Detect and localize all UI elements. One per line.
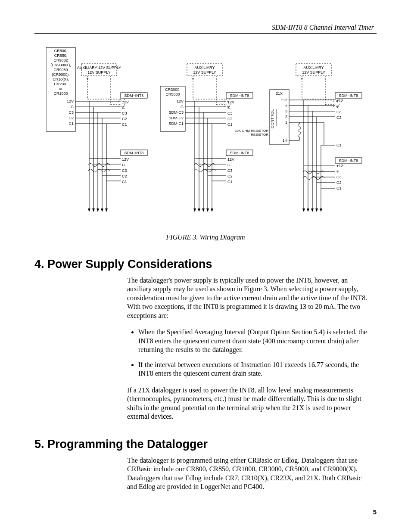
figure-3: SDM−INT8 12V G C3 C2 C1	[34, 47, 377, 241]
heading-section-4: 4. Power Supply Considerations	[34, 258, 377, 271]
page: SDM-INT8 8 Channel Interval Timer SDM−IN…	[0, 0, 411, 532]
svg-text:2: 2	[285, 115, 287, 119]
svg-text:1H: 1H	[282, 138, 287, 143]
column-2: AUXILIARY 12V SUPPLY + − CR3000, CR5000 …	[160, 64, 253, 212]
svg-text:10K OHM
RESISTOR: 10K OHM RESISTOR	[235, 129, 268, 133]
svg-text:C2: C2	[336, 115, 342, 120]
svg-text:SDM−INT8: SDM−INT8	[339, 93, 358, 98]
svg-text:+12: +12	[336, 164, 343, 168]
svg-text:or: or	[59, 87, 62, 91]
svg-text:C1: C1	[336, 186, 342, 190]
svg-text:C1: C1	[336, 143, 342, 147]
svg-text:CONTROL: CONTROL	[270, 109, 274, 128]
svg-text:RESISTOR: RESISTOR	[251, 133, 268, 137]
svg-text:CR800,: CR800,	[54, 49, 68, 53]
s4-para-1: The datalogger's power supply is typical…	[127, 276, 368, 320]
svg-text:G: G	[71, 105, 74, 109]
s4-bullet-1: When the Specified Averaging Interval (O…	[138, 328, 368, 354]
svg-text:G: G	[181, 105, 184, 109]
svg-text:C2: C2	[68, 116, 74, 120]
svg-text:C3: C3	[336, 175, 342, 179]
section-5-body: The datalogger is programmed using eithe…	[127, 456, 368, 492]
svg-text:(CR9000X),: (CR9000X),	[50, 63, 71, 67]
svg-text:12V SUPPLY: 12V SUPPLY	[87, 70, 110, 75]
figure-caption: FIGURE 3. Wiring Diagram	[34, 233, 377, 241]
svg-text:CR1000: CR1000	[53, 91, 68, 96]
column-3: AUXILIARY 12V SUPPLY + − 21X +12 ⏚ 3 2 1…	[235, 64, 362, 212]
section-4-body: The datalogger's power supply is typical…	[127, 276, 368, 421]
running-header: SDM-INT8 8 Channel Interval Timer	[34, 24, 377, 34]
svg-text:C3: C3	[336, 110, 342, 114]
svg-text:+12: +12	[336, 99, 343, 103]
svg-text:SDM−INT8: SDM−INT8	[339, 159, 358, 163]
svg-text:21X: 21X	[276, 91, 283, 96]
svg-text:CR10(X),: CR10(X),	[53, 77, 69, 81]
svg-text:⏚: ⏚	[336, 169, 339, 174]
svg-text:1: 1	[285, 120, 287, 124]
s5-para-1: The datalogger is programmed using eithe…	[127, 456, 368, 492]
wiring-diagram: SDM−INT8 12V G C3 C2 C1	[46, 47, 365, 227]
s4-bullet-2: If the interval between executions of In…	[138, 361, 368, 378]
svg-text:3: 3	[285, 109, 287, 113]
svg-text:SDM-C3: SDM-C3	[168, 110, 184, 115]
svg-text:C1: C1	[68, 121, 74, 126]
svg-text:12V: 12V	[67, 99, 74, 103]
svg-text:CR3000,: CR3000,	[165, 87, 181, 92]
svg-text:CR9080: CR9080	[53, 68, 68, 72]
svg-text:CR9032: CR9032	[53, 58, 68, 62]
svg-text:12V SUPPLY: 12V SUPPLY	[193, 70, 216, 75]
svg-text:C2: C2	[336, 180, 342, 185]
svg-text:(CR9000),: (CR9000),	[52, 72, 70, 77]
column-1: AUXILIARY 12V SUPPLY 12V SUPPLY + − CR80…	[46, 47, 147, 212]
svg-text:SDM-C1: SDM-C1	[168, 121, 184, 126]
svg-text:AUXILIARY: AUXILIARY	[304, 65, 324, 70]
svg-text:AUXILIARY
12V SUPPLY: AUXILIARY 12V SUPPLY	[77, 65, 121, 70]
svg-text:SDM-C2: SDM-C2	[168, 116, 184, 120]
svg-text:CR5000: CR5000	[165, 92, 180, 96]
s4-bullets: When the Specified Averaging Interval (O…	[127, 328, 368, 378]
svg-text:C3: C3	[68, 110, 74, 115]
svg-text:AUXILIARY: AUXILIARY	[195, 65, 215, 70]
svg-text:+12: +12	[281, 98, 287, 102]
svg-text:⏚: ⏚	[336, 104, 339, 109]
svg-text:CR850,: CR850,	[54, 53, 68, 58]
svg-text:12V SUPPLY: 12V SUPPLY	[302, 70, 325, 75]
s4-para-2: If a 21X datalogger is used to power the…	[127, 386, 368, 421]
page-number: 5	[373, 508, 377, 516]
svg-text:12V: 12V	[177, 99, 184, 103]
svg-text:CR23X,: CR23X,	[54, 82, 68, 86]
heading-section-5: 5. Programming the Datalogger	[34, 438, 377, 451]
